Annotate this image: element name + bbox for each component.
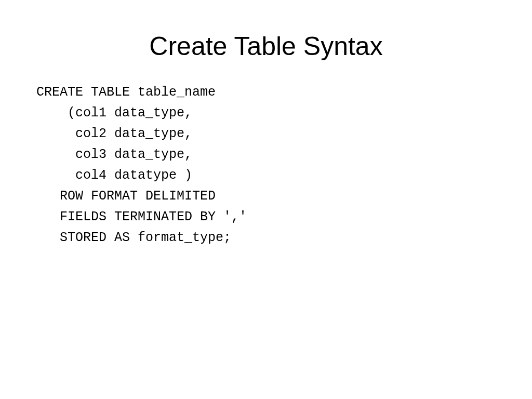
slide-container: Create Table Syntax CREATE TABLE table_n… [0, 0, 532, 399]
code-line: CREATE TABLE table_name [36, 85, 216, 100]
code-line: (col1 data_type, [36, 105, 192, 121]
code-block: CREATE TABLE table_name (col1 data_type,… [36, 82, 496, 248]
code-line: STORED AS format_type; [36, 230, 231, 245]
code-line: FIELDS TERMINATED BY ',' [36, 209, 247, 224]
code-line: ROW FORMAT DELIMITED [36, 189, 216, 204]
slide-title: Create Table Syntax [36, 31, 496, 61]
code-line: col2 data_type, [36, 126, 192, 141]
code-line: col3 data_type, [36, 147, 192, 162]
code-line: col4 datatype ) [36, 168, 192, 183]
